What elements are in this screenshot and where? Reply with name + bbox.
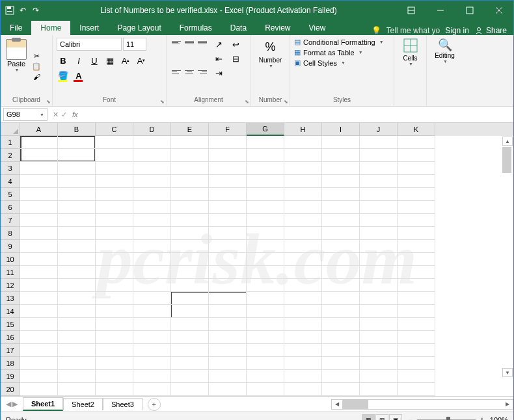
cell[interactable] bbox=[171, 370, 209, 383]
cell[interactable] bbox=[284, 253, 322, 266]
row-header-11[interactable]: 11 bbox=[1, 266, 20, 279]
cell[interactable] bbox=[398, 214, 435, 227]
cell[interactable] bbox=[209, 383, 247, 396]
row-header-13[interactable]: 13 bbox=[1, 292, 20, 305]
cell[interactable] bbox=[398, 240, 435, 253]
cell[interactable] bbox=[360, 136, 398, 149]
cell[interactable] bbox=[247, 227, 284, 240]
row-header-3[interactable]: 3 bbox=[1, 162, 20, 175]
row-header-12[interactable]: 12 bbox=[1, 279, 20, 292]
cell[interactable] bbox=[360, 331, 398, 344]
cell[interactable] bbox=[171, 214, 209, 227]
cell[interactable] bbox=[360, 318, 398, 331]
cell[interactable] bbox=[247, 188, 284, 201]
cell[interactable] bbox=[360, 344, 398, 357]
column-header-E[interactable]: E bbox=[171, 123, 209, 136]
cell[interactable] bbox=[284, 136, 322, 149]
cell[interactable] bbox=[360, 188, 398, 201]
cell[interactable] bbox=[20, 240, 58, 253]
cell[interactable] bbox=[360, 279, 398, 292]
row-header-18[interactable]: 18 bbox=[1, 357, 20, 370]
cell[interactable] bbox=[322, 331, 360, 344]
align-left[interactable] bbox=[170, 67, 182, 76]
cell[interactable] bbox=[58, 188, 96, 201]
row-header-1[interactable]: 1 bbox=[1, 136, 20, 149]
cell[interactable] bbox=[96, 201, 133, 214]
cell[interactable] bbox=[96, 136, 133, 149]
cell[interactable] bbox=[398, 383, 435, 396]
view-page-break[interactable]: ▣ bbox=[389, 414, 402, 421]
undo-icon[interactable]: ↶ bbox=[18, 5, 28, 16]
row-header-5[interactable]: 5 bbox=[1, 188, 20, 201]
cell[interactable] bbox=[209, 227, 247, 240]
cell[interactable] bbox=[247, 214, 284, 227]
alignment-launcher[interactable]: ⬊ bbox=[245, 99, 249, 105]
cell[interactable] bbox=[96, 240, 133, 253]
decrease-font-button[interactable]: A▾ bbox=[135, 54, 148, 67]
column-header-C[interactable]: C bbox=[96, 123, 133, 136]
formula-input[interactable] bbox=[81, 108, 513, 121]
cell[interactable] bbox=[20, 175, 58, 188]
cell[interactable] bbox=[247, 357, 284, 370]
row-header-16[interactable]: 16 bbox=[1, 331, 20, 344]
border-button[interactable]: ▦ bbox=[103, 54, 116, 67]
cell[interactable] bbox=[247, 292, 284, 305]
cell[interactable] bbox=[209, 201, 247, 214]
cell[interactable] bbox=[171, 162, 209, 175]
cell[interactable] bbox=[133, 279, 171, 292]
cell[interactable] bbox=[247, 370, 284, 383]
cell[interactable] bbox=[284, 149, 322, 162]
cell[interactable] bbox=[58, 383, 96, 396]
merge-button[interactable]: ⊟ bbox=[229, 52, 242, 65]
format-as-table-button[interactable]: ▦Format as Table ▼ bbox=[294, 48, 390, 57]
cell[interactable] bbox=[133, 266, 171, 279]
underline-button[interactable]: U bbox=[88, 54, 101, 67]
cell[interactable] bbox=[133, 175, 171, 188]
cell[interactable] bbox=[96, 175, 133, 188]
cell[interactable] bbox=[360, 149, 398, 162]
cell[interactable] bbox=[247, 279, 284, 292]
decrease-indent[interactable]: ⇤ bbox=[212, 52, 225, 65]
cell[interactable] bbox=[96, 331, 133, 344]
cell[interactable] bbox=[58, 292, 96, 305]
cell[interactable] bbox=[360, 357, 398, 370]
cell[interactable] bbox=[209, 318, 247, 331]
cell[interactable] bbox=[209, 175, 247, 188]
name-box[interactable]: G98▼ bbox=[3, 108, 47, 121]
cell[interactable] bbox=[133, 188, 171, 201]
row-header-15[interactable]: 15 bbox=[1, 318, 20, 331]
cell[interactable] bbox=[360, 240, 398, 253]
cell[interactable] bbox=[247, 175, 284, 188]
enter-formula-icon[interactable]: ✓ bbox=[61, 111, 67, 119]
cell[interactable] bbox=[96, 370, 133, 383]
column-header-F[interactable]: F bbox=[209, 123, 247, 136]
row-header-6[interactable]: 6 bbox=[1, 201, 20, 214]
cell[interactable] bbox=[96, 383, 133, 396]
cell[interactable] bbox=[133, 136, 171, 149]
cell[interactable] bbox=[58, 149, 96, 162]
signin-button[interactable]: Sign in bbox=[445, 26, 469, 35]
cell[interactable] bbox=[96, 318, 133, 331]
cell[interactable] bbox=[133, 357, 171, 370]
cell[interactable] bbox=[247, 318, 284, 331]
redo-icon[interactable]: ↷ bbox=[31, 5, 41, 16]
tab-insert[interactable]: Insert bbox=[70, 21, 108, 35]
cancel-formula-icon[interactable]: ✕ bbox=[53, 111, 59, 119]
cell[interactable] bbox=[171, 175, 209, 188]
cell[interactable] bbox=[209, 305, 247, 318]
cell[interactable] bbox=[322, 136, 360, 149]
cell[interactable] bbox=[247, 266, 284, 279]
cell[interactable] bbox=[20, 370, 58, 383]
cell[interactable] bbox=[58, 162, 96, 175]
cell[interactable] bbox=[58, 370, 96, 383]
cell[interactable] bbox=[209, 149, 247, 162]
cell[interactable] bbox=[20, 253, 58, 266]
cell[interactable] bbox=[284, 201, 322, 214]
increase-font-button[interactable]: A▴ bbox=[119, 54, 132, 67]
cell[interactable] bbox=[284, 266, 322, 279]
cell[interactable] bbox=[322, 253, 360, 266]
cell[interactable] bbox=[171, 266, 209, 279]
cell[interactable] bbox=[398, 253, 435, 266]
column-header-A[interactable]: A bbox=[20, 123, 58, 136]
cell[interactable] bbox=[58, 214, 96, 227]
